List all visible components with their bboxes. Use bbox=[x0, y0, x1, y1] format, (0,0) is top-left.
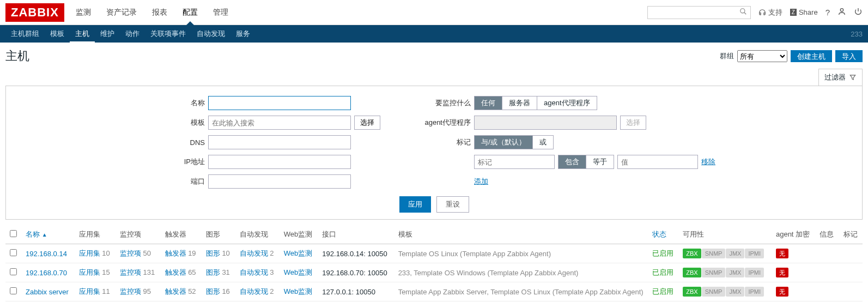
subnav-actions[interactable]: 动作 bbox=[120, 25, 145, 43]
group-filter-select[interactable]: 所有 bbox=[737, 50, 787, 62]
graphs-link[interactable]: 图形 bbox=[206, 287, 220, 295]
availability-badge-zbx[interactable]: ZBX bbox=[683, 249, 701, 258]
menu-monitoring[interactable]: 监测 bbox=[74, 1, 93, 25]
import-button[interactable]: 导入 bbox=[835, 50, 863, 62]
apps-count: 10 bbox=[102, 249, 110, 257]
app-logo[interactable]: ZABBIX bbox=[5, 3, 64, 22]
availability-badge-snmp[interactable]: SNMP bbox=[702, 249, 726, 258]
items-link[interactable]: 监控项 bbox=[120, 249, 141, 257]
web-link[interactable]: Web监测 bbox=[284, 249, 313, 257]
row-checkbox[interactable] bbox=[10, 268, 17, 275]
graphs-link[interactable]: 图形 bbox=[206, 268, 220, 276]
availability-badge-ipmi[interactable]: IPMI bbox=[745, 268, 764, 277]
monitor-opt-server[interactable]: 服务器 bbox=[502, 96, 537, 110]
subnav-hostgroups[interactable]: 主机群组 bbox=[5, 25, 45, 43]
filter-tab[interactable]: 过滤器 bbox=[818, 69, 863, 86]
triggers-link[interactable]: 触发器 bbox=[165, 249, 186, 257]
subnav-hosts[interactable]: 主机 bbox=[70, 25, 95, 43]
subnav-maintenance[interactable]: 维护 bbox=[95, 25, 120, 43]
filter-name-input[interactable] bbox=[208, 96, 351, 110]
triggers-link[interactable]: 触发器 bbox=[165, 268, 186, 276]
host-name-link[interactable]: Zabbix server bbox=[26, 288, 69, 296]
filter-tag-remove-link[interactable]: 移除 bbox=[701, 157, 715, 167]
row-checkbox[interactable] bbox=[10, 287, 17, 294]
availability-badge-zbx[interactable]: ZBX bbox=[683, 268, 701, 277]
filter-template-input[interactable] bbox=[208, 116, 351, 130]
web-link[interactable]: Web监测 bbox=[284, 268, 313, 276]
status-link[interactable]: 已启用 bbox=[652, 249, 673, 257]
monitor-opt-proxy[interactable]: agent代理程序 bbox=[537, 96, 597, 110]
support-link[interactable]: 支持 bbox=[758, 8, 782, 17]
filter-dns-input[interactable] bbox=[208, 135, 351, 149]
table-row: 192.168.0.14 应用集 10 监控项 50 触发器 19 图形 10 … bbox=[5, 244, 863, 263]
filter-reset-button[interactable]: 重设 bbox=[436, 196, 469, 213]
filter-port-input[interactable] bbox=[208, 174, 351, 189]
page-header: 主机 群组 所有 创建主机 导入 bbox=[0, 43, 868, 69]
menu-inventory[interactable]: 资产记录 bbox=[105, 1, 138, 25]
web-link[interactable]: Web监测 bbox=[284, 287, 313, 295]
triggers-link[interactable]: 触发器 bbox=[165, 287, 186, 295]
apps-link[interactable]: 应用集 bbox=[79, 287, 100, 295]
discovery-link[interactable]: 自动发现 bbox=[240, 268, 268, 276]
apps-link[interactable]: 应用集 bbox=[79, 249, 100, 257]
host-name-link[interactable]: 192.168.0.14 bbox=[26, 250, 67, 258]
table-row: 192.168.0.70 应用集 15 监控项 131 触发器 65 图形 31… bbox=[5, 263, 863, 282]
filter-tab-row: 过滤器 bbox=[0, 69, 868, 86]
tag-op-equals[interactable]: 等于 bbox=[586, 155, 614, 168]
filter-ip-label: IP地址 bbox=[153, 157, 205, 167]
triggers-count: 52 bbox=[188, 287, 196, 295]
search-icon[interactable] bbox=[739, 8, 747, 17]
filter-apply-button[interactable]: 应用 bbox=[399, 196, 431, 213]
tagmode-opt-or[interactable]: 或 bbox=[533, 136, 553, 149]
items-link[interactable]: 监控项 bbox=[120, 268, 141, 276]
share-link[interactable]: Z Share bbox=[790, 8, 818, 16]
user-icon[interactable] bbox=[837, 7, 846, 17]
sub-nav: 主机群组 模板 主机 维护 动作 关联项事件 自动发现 服务 233 bbox=[0, 25, 868, 43]
host-name-link[interactable]: 192.168.0.70 bbox=[26, 269, 67, 277]
table-select-all[interactable] bbox=[10, 230, 17, 237]
interface-text: 127.0.0.1: 10050 bbox=[318, 282, 393, 301]
items-link[interactable]: 监控项 bbox=[120, 287, 141, 295]
menu-administration[interactable]: 管理 bbox=[211, 1, 230, 25]
discovery-link[interactable]: 自动发现 bbox=[240, 249, 268, 257]
filter-tag-value-input[interactable] bbox=[617, 155, 698, 169]
templates-text: Template OS Linux (Template App Zabbix A… bbox=[398, 250, 551, 258]
status-link[interactable]: 已启用 bbox=[652, 268, 673, 276]
menu-reports[interactable]: 报表 bbox=[150, 1, 169, 25]
filter-dns-label: DNS bbox=[153, 138, 205, 147]
availability-badge-jmx[interactable]: JMX bbox=[726, 249, 744, 258]
subnav-services[interactable]: 服务 bbox=[230, 25, 256, 43]
graphs-link[interactable]: 图形 bbox=[206, 249, 220, 257]
col-name[interactable]: 名称 ▲ bbox=[21, 225, 75, 244]
filter-ip-input[interactable] bbox=[208, 155, 351, 169]
discovery-link[interactable]: 自动发现 bbox=[240, 287, 268, 295]
tagmode-opt-andor[interactable]: 与/或（默认） bbox=[475, 136, 533, 149]
filter-tag-add-link[interactable]: 添加 bbox=[474, 177, 488, 185]
filter-template-select-button[interactable]: 选择 bbox=[354, 116, 380, 130]
apps-link[interactable]: 应用集 bbox=[79, 268, 100, 276]
row-checkbox[interactable] bbox=[10, 249, 17, 256]
create-host-button[interactable]: 创建主机 bbox=[791, 50, 832, 62]
help-icon[interactable]: ? bbox=[825, 8, 830, 17]
availability-badge-snmp[interactable]: SNMP bbox=[702, 287, 726, 297]
filter-template-label: 模板 bbox=[153, 118, 205, 128]
availability-badge-jmx[interactable]: JMX bbox=[726, 268, 744, 277]
subnav-templates[interactable]: 模板 bbox=[45, 25, 70, 43]
status-link[interactable]: 已启用 bbox=[652, 287, 673, 295]
filter-box: 名称 模板 选择 DNS IP地址 端口 要监控什么 bbox=[5, 86, 863, 220]
tag-op-contains[interactable]: 包含 bbox=[559, 155, 586, 168]
subnav-count: 233 bbox=[851, 30, 863, 38]
power-icon[interactable] bbox=[854, 7, 863, 17]
monitor-opt-any[interactable]: 任何 bbox=[475, 96, 502, 110]
subnav-discovery[interactable]: 自动发现 bbox=[191, 25, 230, 43]
global-search[interactable] bbox=[647, 6, 751, 19]
filter-tag-name-input[interactable] bbox=[474, 155, 555, 169]
menu-configuration[interactable]: 配置 bbox=[181, 1, 199, 25]
availability-badge-ipmi[interactable]: IPMI bbox=[745, 249, 764, 258]
availability-badge-snmp[interactable]: SNMP bbox=[702, 268, 726, 277]
availability-badge-zbx[interactable]: ZBX bbox=[683, 287, 701, 297]
availability-badge-ipmi[interactable]: IPMI bbox=[745, 287, 764, 297]
subnav-correlation[interactable]: 关联项事件 bbox=[145, 25, 191, 43]
availability-badge-jmx[interactable]: JMX bbox=[726, 287, 744, 297]
col-status[interactable]: 状态 bbox=[648, 225, 679, 244]
